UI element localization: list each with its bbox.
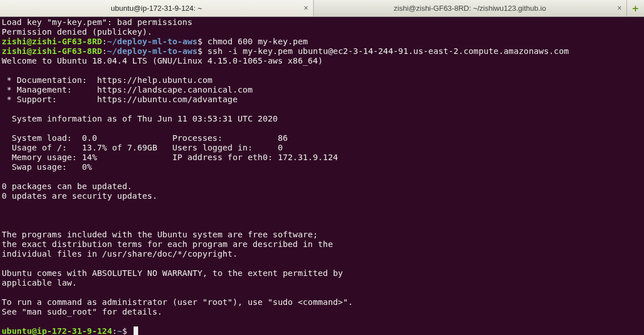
blank-line bbox=[2, 259, 642, 269]
close-icon[interactable]: × bbox=[304, 3, 308, 12]
blank-line bbox=[2, 124, 642, 133]
output-line: Swap usage: 0% bbox=[2, 162, 642, 172]
output-line: System information as of Thu Jun 11 03:5… bbox=[2, 114, 642, 124]
blank-line bbox=[2, 288, 642, 298]
tab-label: ubuntu@ip-172-31-9-124: ~ bbox=[111, 4, 202, 12]
output-line: * Management: https://landscape.canonica… bbox=[2, 85, 642, 95]
prompt-user: ubuntu@ip-172-31-9-124 bbox=[2, 326, 112, 335]
output-line: the exact distribution terms for each pr… bbox=[2, 240, 642, 249]
prompt-user: zishi@zishi-GF63-8RD bbox=[2, 37, 102, 46]
output-line: * Support: https://ubuntu.com/advantage bbox=[2, 95, 642, 104]
prompt-line: zishi@zishi-GF63-8RD:~/deploy-ml-to-aws$… bbox=[2, 37, 642, 47]
output-line: System load: 0.0 Processes: 86 bbox=[2, 133, 642, 143]
cursor-icon bbox=[134, 326, 138, 335]
blank-line bbox=[2, 211, 642, 220]
tab-terminal-ubuntu[interactable]: ubuntu@ip-172-31-9-124: ~ × bbox=[0, 0, 314, 16]
output-line: To run a command as administrator (user … bbox=[2, 298, 642, 307]
prompt-dollar: $ bbox=[122, 326, 127, 335]
command-text: chmod 600 my-key.pem bbox=[207, 37, 308, 46]
output-line: applicable law. bbox=[2, 278, 642, 288]
output-line: 0 updates are security updates. bbox=[2, 191, 642, 201]
output-line: * Documentation: https://help.ubuntu.com bbox=[2, 76, 642, 85]
output-line: 0 packages can be updated. bbox=[2, 182, 642, 191]
blank-line bbox=[2, 201, 642, 211]
prompt-dollar: $ bbox=[197, 37, 202, 46]
blank-line bbox=[2, 104, 642, 114]
prompt-path: ~/deploy-ml-to-aws bbox=[107, 37, 197, 46]
blank-line bbox=[2, 317, 642, 326]
output-line: Memory usage: 14% IP address for eth0: 1… bbox=[2, 153, 642, 162]
command-text: ssh -i my-key.pem ubuntu@ec2-3-14-244-91… bbox=[207, 47, 569, 56]
tab-label: zishi@zishi-GF63-8RD: ~/zishiwu123.githu… bbox=[394, 4, 546, 12]
blank-line bbox=[2, 66, 642, 76]
prompt-path: ~ bbox=[117, 326, 122, 335]
prompt-dollar: $ bbox=[197, 47, 202, 56]
output-line: Permission denied (publickey). bbox=[2, 27, 642, 37]
output-line: Welcome to Ubuntu 18.04.4 LTS (GNU/Linux… bbox=[2, 56, 642, 66]
output-line: Usage of /: 13.7% of 7.69GB Users logged… bbox=[2, 143, 642, 153]
prompt-user: zishi@zishi-GF63-8RD bbox=[2, 47, 102, 56]
tab-bar: ubuntu@ip-172-31-9-124: ~ × zishi@zishi-… bbox=[0, 0, 644, 17]
output-line: The programs included with the Ubuntu sy… bbox=[2, 230, 642, 240]
output-line: Ubuntu comes with ABSOLUTELY NO WARRANTY… bbox=[2, 269, 642, 278]
prompt-line: ubuntu@ip-172-31-9-124:~$ bbox=[2, 326, 642, 335]
output-line: See "man sudo_root" for details. bbox=[2, 307, 642, 317]
blank-line bbox=[2, 172, 642, 182]
terminal-body[interactable]: Load key "my-key.pem": bad permissionsPe… bbox=[0, 17, 644, 335]
add-tab-button[interactable]: + bbox=[627, 0, 644, 16]
close-icon[interactable]: × bbox=[617, 3, 622, 12]
blank-line bbox=[2, 220, 642, 230]
prompt-line: zishi@zishi-GF63-8RD:~/deploy-ml-to-aws$… bbox=[2, 47, 642, 56]
prompt-path: ~/deploy-ml-to-aws bbox=[107, 47, 197, 56]
output-line: individual files in /usr/share/doc/*/cop… bbox=[2, 249, 642, 259]
tab-terminal-zishi[interactable]: zishi@zishi-GF63-8RD: ~/zishiwu123.githu… bbox=[314, 0, 628, 16]
output-line: Load key "my-key.pem": bad permissions bbox=[2, 18, 642, 27]
